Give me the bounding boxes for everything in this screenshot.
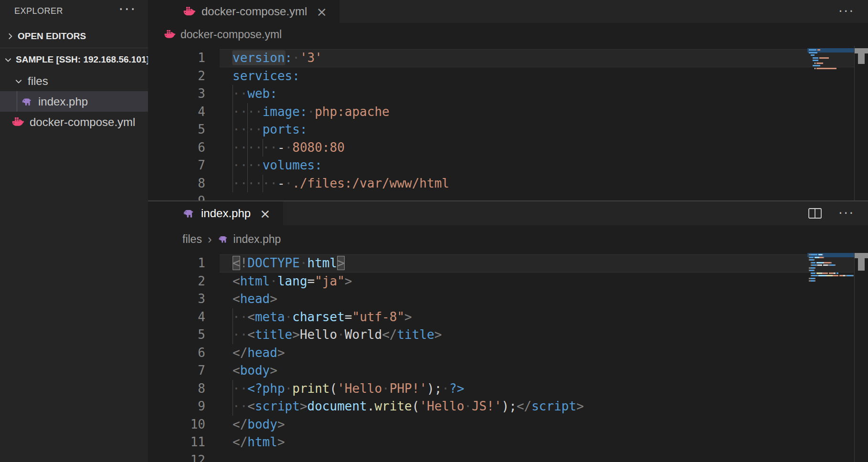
line-number: 7 xyxy=(148,157,205,175)
code-line[interactable]: <body> xyxy=(233,362,277,380)
close-icon[interactable]: × xyxy=(260,207,271,220)
breadcrumb[interactable]: files›index.php xyxy=(148,225,868,253)
tree-item-label: index.php xyxy=(38,95,88,108)
sidebar-header: EXPLORER ··· xyxy=(0,0,148,24)
code-line[interactable]: version:·'3' xyxy=(233,49,322,67)
breadcrumb-item[interactable]: docker-compose.yml xyxy=(180,28,282,41)
tab-docker-compose[interactable]: docker-compose.yml × xyxy=(148,0,339,23)
code-line[interactable]: </head> xyxy=(233,344,285,362)
line-number: 9 xyxy=(148,398,205,416)
code-line[interactable]: ··<?php·print('Hello·PHP!');·?> xyxy=(233,380,464,398)
minimap-line xyxy=(809,254,823,255)
minimap-line xyxy=(809,264,836,266)
tree-item-label: files xyxy=(28,74,48,88)
code-line[interactable]: <!DOCTYPE·html> xyxy=(233,254,345,273)
tab-bar-bottom: index.php × ··· xyxy=(148,201,868,225)
line-number: 5 xyxy=(148,121,205,139)
docker-icon xyxy=(183,6,196,17)
line-number: 7 xyxy=(148,362,205,380)
split-editor-icon[interactable] xyxy=(808,207,822,220)
vscode-window: { "sidebar": { "title": "EXPLORER", "ope… xyxy=(0,0,868,462)
minimap-line xyxy=(809,259,815,261)
line-number: 8 xyxy=(148,175,205,193)
line-number: 1 xyxy=(148,49,205,67)
code-line[interactable]: <html·lang="ja"> xyxy=(233,273,352,291)
breadcrumb-separator: › xyxy=(208,232,212,247)
tab-index-php[interactable]: index.php × xyxy=(148,201,283,225)
php-icon xyxy=(21,96,33,107)
code-line[interactable]: </body> xyxy=(233,416,285,434)
line-number: 2 xyxy=(148,67,205,85)
explorer-sidebar: EXPLORER ··· OPEN EDITORS SAMPLE [SSH: 1… xyxy=(0,0,148,462)
open-editors-label: OPEN EDITORS xyxy=(18,31,86,42)
minimap-line xyxy=(809,262,832,263)
line-number: 3 xyxy=(148,290,205,308)
code-line[interactable]: ······-·8080:80 xyxy=(233,139,345,157)
tab-bar-top: docker-compose.yml × ··· xyxy=(148,0,868,23)
tab-label: index.php xyxy=(201,207,251,220)
line-number: 10 xyxy=(148,416,205,434)
line-number: 8 xyxy=(148,380,205,398)
tree-item-docker-compose.yml[interactable]: docker-compose.yml xyxy=(0,112,148,132)
minimap-line xyxy=(809,49,820,51)
more-actions-icon[interactable]: ··· xyxy=(118,2,137,17)
minimap-line xyxy=(809,275,854,276)
line-number: 6 xyxy=(148,139,205,157)
workspace-section-header[interactable]: SAMPLE [SSH: 192.168.56.101] xyxy=(0,48,148,71)
chevron-down-icon xyxy=(14,77,23,85)
tree-item-files[interactable]: files xyxy=(0,71,148,91)
code-line[interactable]: <head> xyxy=(233,290,277,308)
scrollbar[interactable] xyxy=(855,253,868,462)
breadcrumb-item[interactable]: files xyxy=(182,233,202,246)
scrollbar[interactable] xyxy=(855,46,868,200)
line-number: 4 xyxy=(148,308,205,326)
code-line[interactable]: ····volumes: xyxy=(233,157,322,175)
docker-icon xyxy=(11,117,25,127)
minimap-line xyxy=(809,57,829,59)
minimap-line xyxy=(809,52,817,53)
code-line[interactable]: ··<title>Hello·World</title> xyxy=(233,326,442,344)
editor-actions-icon[interactable]: ··· xyxy=(838,5,855,18)
minimap-line xyxy=(809,267,815,269)
minimap[interactable] xyxy=(807,253,855,462)
explorer-title: EXPLORER xyxy=(14,6,63,16)
chevron-down-icon xyxy=(4,55,12,64)
breadcrumb-item[interactable]: index.php xyxy=(233,233,281,246)
docker-icon xyxy=(164,30,176,39)
tree-item-label: docker-compose.yml xyxy=(30,116,135,129)
line-number: 1 xyxy=(148,254,205,273)
line-number: 3 xyxy=(148,85,205,103)
line-number: 11 xyxy=(148,433,205,452)
code-editor-yaml[interactable]: 1version:·'3'2services:3··web:4····image… xyxy=(148,46,868,200)
minimap[interactable] xyxy=(807,46,855,200)
close-icon[interactable]: × xyxy=(316,5,327,18)
line-number: 2 xyxy=(148,273,205,291)
line-number: 4 xyxy=(148,103,205,121)
minimap-line xyxy=(809,54,815,56)
minimap-line xyxy=(809,68,836,69)
code-line[interactable]: ······-·./files:/var/www/html xyxy=(233,175,449,193)
minimap-line xyxy=(809,278,815,279)
tab-label: docker-compose.yml xyxy=(201,5,307,18)
breadcrumb[interactable]: docker-compose.yml xyxy=(148,23,868,46)
code-line[interactable]: services: xyxy=(233,67,300,85)
minimap-line xyxy=(809,60,818,61)
line-number: 5 xyxy=(148,326,205,344)
tree-item-index.php[interactable]: index.php xyxy=(0,91,148,112)
code-line[interactable]: </html> xyxy=(233,433,285,452)
code-editor-php[interactable]: 1<!DOCTYPE·html>2<html·lang="ja">3<head>… xyxy=(148,253,868,462)
editor-actions-icon[interactable]: ··· xyxy=(838,207,855,220)
code-line[interactable]: ··<meta·charset="utf-8"> xyxy=(233,308,412,326)
minimap-line xyxy=(809,257,824,258)
code-line[interactable]: ··<script>document.write('Hello·JS!');</… xyxy=(233,398,584,416)
code-line[interactable]: ··web: xyxy=(233,85,277,103)
open-editors-section[interactable]: OPEN EDITORS xyxy=(0,25,148,48)
code-line[interactable]: ····image:·php:apache xyxy=(233,103,390,121)
minimap-line xyxy=(809,273,838,274)
line-number: 12 xyxy=(148,452,205,462)
php-icon xyxy=(182,208,196,219)
line-number: 9 xyxy=(148,192,205,200)
code-line[interactable]: ····ports: xyxy=(233,121,307,139)
minimap-line xyxy=(809,280,815,282)
editor-area: docker-compose.yml × ··· docker-compose.… xyxy=(148,0,868,462)
